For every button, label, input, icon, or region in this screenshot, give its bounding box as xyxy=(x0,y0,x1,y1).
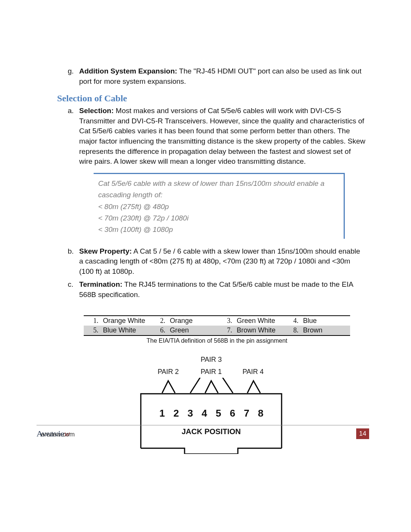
footer-row: Avenview enview.com 14 xyxy=(37,425,369,439)
callout-line: < 70m (230ft) @ 72p / 1080i xyxy=(98,212,337,224)
pin-number-label: 3 xyxy=(188,407,193,419)
pin-number: 2. xyxy=(151,316,168,326)
pin-number: 1. xyxy=(84,316,101,326)
callout-line: Cat 5/5e/6 cable with a skew of lower th… xyxy=(98,178,337,201)
pin-number: 8. xyxy=(284,326,301,335)
page-number: 14 xyxy=(356,428,369,439)
pair-label: PAIR 4 xyxy=(242,368,264,376)
pair-label: PAIR 3 xyxy=(201,356,222,364)
pin-color: Brown White xyxy=(234,326,284,335)
pair-label-row-top: PAIR 3 xyxy=(129,356,293,368)
list-item-g: g. Addition System Expansion: The "RJ-45… xyxy=(68,66,365,86)
document-page: g. Addition System Expansion: The "RJ-45… xyxy=(0,0,411,532)
list-marker: a. xyxy=(68,106,79,167)
list-item-label: Skew Property: xyxy=(79,247,132,255)
pin-number-label: 6 xyxy=(230,407,235,419)
pin-color: Orange White xyxy=(101,316,151,326)
section-heading: Selection of Cable xyxy=(57,93,365,104)
pin-color: Brown xyxy=(301,326,350,335)
pin-color: Orange xyxy=(167,316,217,326)
table-caption: The EIA/TIA definition of 568B in the pi… xyxy=(84,337,350,344)
pin-color: Blue White xyxy=(101,326,151,335)
pin-number-label: 7 xyxy=(244,407,249,419)
list-item-label: Selection: xyxy=(79,107,114,115)
callout-box: Cat 5/5e/6 cable with a skew of lower th… xyxy=(94,173,345,239)
jack-svg-icon xyxy=(129,378,293,454)
pin-number: 5. xyxy=(84,326,101,335)
list-item-label: Termination: xyxy=(79,280,123,288)
pin-assignment-table: 1. Orange White 2. Orange 3. Green White… xyxy=(84,315,350,336)
list-body: Addition System Expansion: The "RJ-45 HD… xyxy=(79,66,365,86)
list-item-text: Most makes and versions of Cat 5/5e/6 ca… xyxy=(79,107,365,165)
pin-number: 7. xyxy=(217,326,234,335)
pair-label-row-bottom: PAIR 2 PAIR 1 PAIR 4 xyxy=(129,368,293,380)
list-item-label: Addition System Expansion: xyxy=(79,67,177,75)
pin-color: Green xyxy=(167,326,217,335)
pin-number-label: 1 xyxy=(159,407,165,419)
pin-number-label: 2 xyxy=(174,407,179,419)
pin-number: 6. xyxy=(151,326,168,335)
list-marker: g. xyxy=(68,66,79,86)
list-item-a: a. Selection: Most makes and versions of… xyxy=(68,106,365,167)
list-item-c: c. Termination: The RJ45 terminations to… xyxy=(68,280,365,300)
list-marker: b. xyxy=(68,246,79,277)
list-body: Selection: Most makes and versions of Ca… xyxy=(79,106,365,167)
pin-color: Blue xyxy=(301,316,350,326)
pin-color: Green White xyxy=(234,316,284,326)
list-marker: c. xyxy=(68,280,79,300)
page-footer: Avenview enview.com 14 xyxy=(37,425,369,439)
pin-number-label: 4 xyxy=(202,407,207,419)
table-row: 5. Blue White 6. Green 7. Brown White 8.… xyxy=(84,326,350,335)
callout-line: < 30m (100ft) @ 1080p xyxy=(98,224,337,235)
list-body: Termination: The RJ45 terminations to th… xyxy=(79,280,365,300)
list-item-b: b. Skew Property: A Cat 5 / 5e / 6 cable… xyxy=(68,246,365,277)
list-body: Skew Property: A Cat 5 / 5e / 6 cable wi… xyxy=(79,246,365,277)
pair-label: PAIR 1 xyxy=(201,368,222,376)
pin-number: 4. xyxy=(284,316,301,326)
pin-number-label: 8 xyxy=(258,407,263,419)
callout-line: < 80m (275ft) @ 480p xyxy=(98,201,337,212)
pin-number: 3. xyxy=(217,316,234,326)
pin-number-label: 5 xyxy=(216,407,221,419)
table-row: 1. Orange White 2. Orange 3. Green White… xyxy=(84,316,350,326)
pair-label: PAIR 2 xyxy=(158,368,179,376)
site-url: enview.com xyxy=(41,431,75,438)
